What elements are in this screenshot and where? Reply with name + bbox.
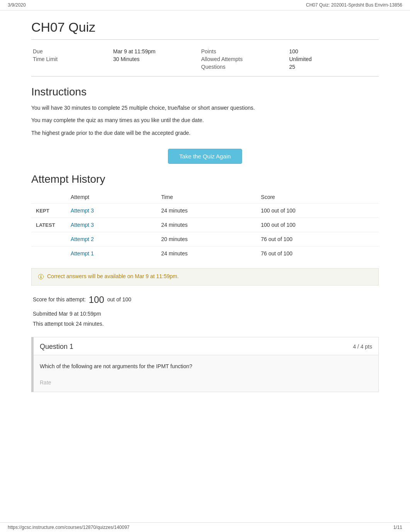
attempt-row-attempt[interactable]: Attempt 3 [66,218,156,232]
top-bar: 3/9/2020 CH07 Quiz: 202001-Sprdsht Bus E… [0,0,410,10]
quiz-title: CH07 Quiz [31,14,379,40]
points-label: Points [201,48,286,54]
instructions-line3: The highest grade prior to the due date … [31,129,379,137]
score-suffix: out of 100 [107,296,131,303]
main-content: CH07 Quiz Due Mar 9 at 11:59pm Points 10… [24,10,386,408]
col-label-header [31,191,66,204]
attempt-row-label: KEPT [31,204,66,218]
duration-line: This attempt took 24 minutes. [33,319,377,329]
attempt-row-score: 76 out of 100 [256,246,379,261]
take-quiz-button[interactable]: Take the Quiz Again [168,149,242,164]
attempt-history-heading: Attempt History [31,173,379,185]
attempt-row-attempt[interactable]: Attempt 3 [66,204,156,218]
due-label: Due [33,48,110,54]
attempt-row-score: 100 out of 100 [256,218,379,232]
question-1-title: Question 1 [40,343,73,351]
due-value: Mar 9 at 11:59pm [113,48,198,54]
answer-option-rate: Rate [40,377,372,388]
allowed-attempts-value: Unlimited [289,56,335,62]
table-row: Attempt 220 minutes76 out of 100 [31,232,379,246]
attempt-row-label [31,232,66,246]
submitted-line: Submitted Mar 9 at 10:59pm [33,309,377,319]
instructions-heading: Instructions [31,86,379,98]
time-limit-value: 30 Minutes [113,56,198,62]
attempt-row-time: 20 minutes [156,232,256,246]
table-row: LATESTAttempt 324 minutes100 out of 100 [31,218,379,232]
question-1-text: Which of the following are not arguments… [40,363,372,369]
top-bar-date: 3/9/2020 [8,2,26,8]
instructions-line2: You may complete the quiz as many times … [31,116,379,124]
table-row: Attempt 124 minutes76 out of 100 [31,246,379,261]
attempt-row-attempt[interactable]: Attempt 2 [66,232,156,246]
col-attempt-header: Attempt [66,191,156,204]
score-number: 100 [89,291,104,309]
info-box: 🛈 Correct answers will be available on M… [31,268,379,286]
question-1-pts: 4 / 4 pts [353,343,372,350]
questions-label: Questions [201,64,286,70]
take-quiz-container: Take the Quiz Again [31,149,379,164]
attempt-row-attempt[interactable]: Attempt 1 [66,246,156,261]
col-score-header: Score [256,191,379,204]
score-section: Score for this attempt: 100 out of 100 S… [33,291,377,329]
attempt-row-label: LATEST [31,218,66,232]
attempt-row-time: 24 minutes [156,246,256,261]
attempt-row-time: 24 minutes [156,204,256,218]
time-limit-label: Time Limit [33,56,110,62]
col-time-header: Time [156,191,256,204]
question-1-body: Which of the following are not arguments… [34,355,378,392]
info-icon: 🛈 [38,274,44,280]
table-row: KEPTAttempt 324 minutes100 out of 100 [31,204,379,218]
instructions-line1: You will have 30 minutes to complete 25 … [31,104,379,112]
score-attempt-line: Score for this attempt: 100 out of 100 [33,291,377,309]
questions-value: 25 [289,64,335,70]
question-1-header: Question 1 4 / 4 pts [34,337,378,355]
attempt-row-score: 100 out of 100 [256,204,379,218]
attempt-history-section: Attempt History Attempt Time Score KEPTA… [31,173,379,260]
attempt-row-time: 24 minutes [156,218,256,232]
score-label: Score for this attempt: [33,296,86,303]
question-1-block: Question 1 4 / 4 pts Which of the follow… [31,337,379,392]
attempt-row-label [31,246,66,261]
allowed-attempts-label: Allowed Attempts [201,56,286,62]
quiz-meta: Due Mar 9 at 11:59pm Points 100 Time Lim… [31,44,379,76]
attempt-row-score: 76 out of 100 [256,232,379,246]
top-bar-title: CH07 Quiz: 202001-Sprdsht Bus Envirn-138… [306,2,402,8]
info-text: Correct answers will be available on Mar… [47,273,179,279]
attempt-table: Attempt Time Score KEPTAttempt 324 minut… [31,191,379,260]
points-value: 100 [289,48,335,54]
